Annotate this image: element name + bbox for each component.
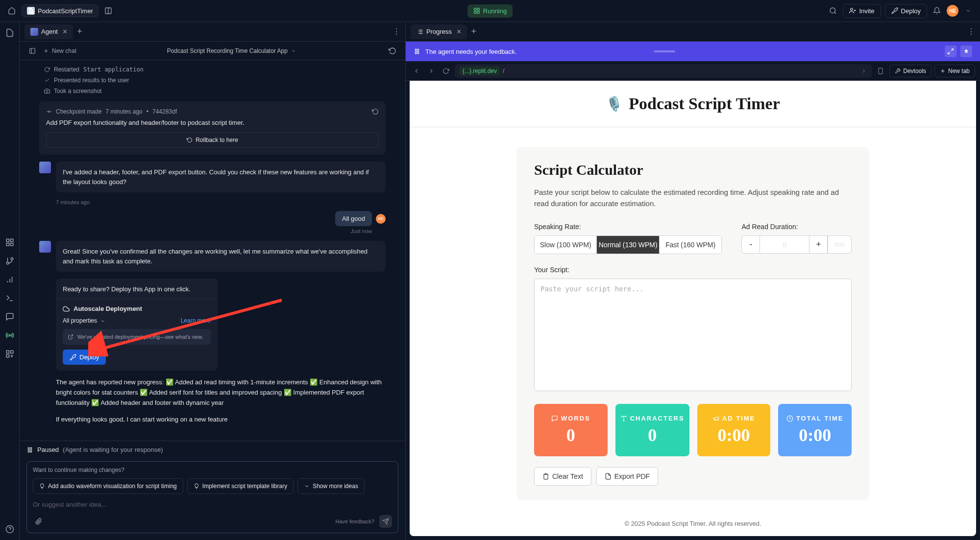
message-time: Just now	[39, 228, 372, 234]
svg-rect-14	[6, 243, 9, 246]
stat-total-time: TOTAL TIME 0:00	[778, 404, 852, 456]
feedback-link[interactable]: Have feedback?	[336, 518, 375, 524]
back-icon[interactable]	[411, 65, 422, 77]
deploy-button[interactable]: Deploy	[63, 350, 106, 365]
deploy-card: Ready to share? Deploy this App in one c…	[56, 279, 218, 371]
tab-progress[interactable]: Progress ×	[411, 24, 467, 39]
external-link-icon	[68, 334, 74, 340]
agent-message-text: The agent has reported new progress: ✅ A…	[56, 377, 386, 408]
learn-more-link[interactable]: Learn more	[181, 317, 211, 324]
feedback-banner: The agent needs your feedback.	[406, 42, 980, 61]
svg-point-34	[46, 91, 48, 93]
rate-normal-button[interactable]: Normal (130 WPM)	[597, 236, 659, 254]
checkpoint-card: Checkpoint made 7 minutes ago • 744283df…	[39, 101, 386, 155]
svg-point-6	[830, 8, 835, 13]
attachment-icon[interactable]	[33, 516, 45, 527]
device-preview-icon[interactable]	[875, 65, 886, 77]
broadcast-icon[interactable]	[3, 329, 17, 342]
svg-line-7	[835, 12, 836, 14]
message-input[interactable]: Or suggest another idea...	[33, 501, 392, 508]
send-button[interactable]	[379, 515, 392, 528]
svg-rect-49	[416, 49, 416, 53]
restore-icon[interactable]	[372, 108, 379, 115]
ad-unit: min	[828, 235, 852, 254]
chat-icon[interactable]	[3, 310, 17, 324]
close-icon[interactable]: ×	[457, 27, 461, 36]
home-icon[interactable]	[6, 5, 18, 17]
history-icon[interactable]	[387, 45, 398, 57]
suggestion-chip[interactable]: Implement script template library	[187, 478, 294, 494]
export-pdf-button[interactable]: Export PDF	[596, 467, 658, 486]
lightbulb-icon	[194, 483, 199, 489]
add-tab-icon[interactable]: +	[77, 26, 82, 37]
layout-icon[interactable]	[102, 5, 114, 17]
svg-rect-5	[474, 11, 476, 13]
close-icon[interactable]: ×	[63, 27, 67, 36]
stat-words: WORDS 0	[534, 404, 608, 456]
pin-icon[interactable]	[960, 46, 972, 57]
stat-characters: CHARACTERS 0	[615, 404, 689, 456]
stat-ad-time: AD TIME 0:00	[697, 404, 771, 456]
expand-icon[interactable]	[945, 46, 956, 57]
branch-icon[interactable]	[3, 254, 17, 268]
show-more-ideas[interactable]: Show more ideas	[297, 478, 365, 494]
svg-point-35	[49, 111, 50, 113]
chevron-down-icon[interactable]	[962, 5, 974, 17]
search-icon[interactable]	[827, 5, 839, 17]
more-icon[interactable]: ⋮	[392, 27, 400, 36]
script-textarea[interactable]	[534, 279, 852, 391]
chevron-down-icon	[304, 483, 310, 489]
svg-rect-53	[879, 68, 882, 74]
clear-text-button[interactable]: Clear Text	[534, 467, 591, 486]
rate-fast-button[interactable]: Fast (160 WPM)	[660, 236, 721, 254]
url-input[interactable]: {...}.replit.dev /	[455, 64, 872, 78]
svg-line-38	[70, 335, 73, 338]
pricing-note[interactable]: We've updated deployment pricing—see wha…	[63, 329, 211, 345]
rate-slow-button[interactable]: Slow (100 WPM)	[535, 236, 597, 254]
rollback-button[interactable]: Rollback to here	[46, 132, 379, 148]
forward-icon[interactable]	[425, 65, 437, 77]
chat-title[interactable]: Podcast Script Recording Time Calculator…	[81, 47, 382, 54]
webview: 🎙️ Podcast Script Timer Script Calculato…	[410, 81, 976, 536]
project-name[interactable]: 📄 PodcastScriptTimer	[22, 4, 98, 17]
decrement-button[interactable]: -	[741, 235, 760, 254]
message-time: 7 minutes ago	[56, 199, 386, 205]
invite-button[interactable]: Invite	[843, 4, 881, 18]
new-tab-button[interactable]: New tab	[934, 65, 975, 77]
files-icon[interactable]	[3, 26, 17, 40]
ad-value: 0	[760, 235, 809, 254]
devtools-button[interactable]: Devtools	[889, 65, 931, 77]
wrench-icon	[895, 68, 901, 74]
properties-dropdown[interactable]: All properties	[63, 317, 105, 324]
new-chat-button[interactable]: New chat	[43, 47, 76, 54]
svg-rect-23	[6, 351, 9, 353]
notifications-icon[interactable]	[931, 5, 943, 17]
tab-agent[interactable]: Agent ×	[24, 24, 73, 39]
add-tab-icon[interactable]: +	[471, 26, 476, 37]
apps-icon[interactable]	[3, 347, 17, 361]
avatar[interactable]: HE	[947, 5, 958, 17]
increment-button[interactable]: +	[809, 235, 828, 254]
deploy-button-top[interactable]: Deploy	[885, 4, 927, 18]
cloud-icon	[63, 305, 70, 312]
agent-message: I've added a header, footer, and PDF exp…	[39, 162, 386, 192]
help-icon[interactable]	[3, 522, 17, 536]
app-title: Podcast Script Timer	[629, 94, 780, 113]
svg-rect-11	[6, 239, 9, 241]
grid-icon[interactable]	[3, 235, 17, 249]
chart-icon[interactable]	[3, 273, 17, 286]
open-url-icon[interactable]	[861, 68, 867, 74]
sidebar-toggle-icon[interactable]	[26, 45, 38, 57]
trash-icon	[542, 473, 549, 480]
reload-icon[interactable]	[440, 65, 452, 77]
terminal-icon[interactable]	[3, 291, 17, 305]
agent-panel: Agent × + ⋮ New chat Podcast Script Reco…	[20, 22, 406, 540]
svg-rect-24	[10, 351, 13, 353]
svg-rect-50	[417, 49, 418, 53]
svg-rect-13	[10, 243, 13, 246]
drag-handle[interactable]	[654, 50, 675, 52]
type-icon	[620, 415, 627, 422]
more-icon[interactable]: ⋮	[967, 27, 975, 36]
run-status[interactable]: Running	[467, 4, 513, 18]
suggestion-chip[interactable]: Add audio waveform visualization for scr…	[33, 478, 183, 494]
